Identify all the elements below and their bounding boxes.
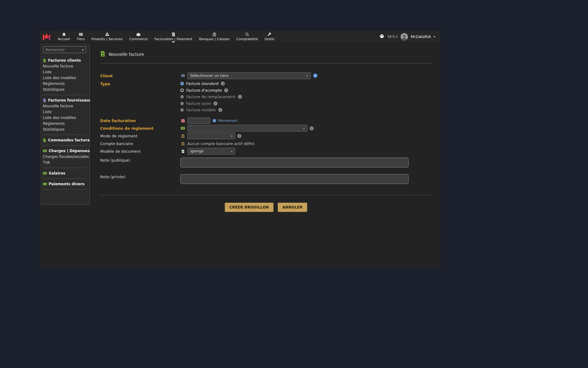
calendar-icon[interactable] [180, 119, 185, 123]
sidebar-section-factures-fournisseur[interactable]: Factures fournisseur [40, 97, 89, 103]
sidebar-item-reglements-fournisseur[interactable]: Règlements [40, 121, 89, 127]
search-placeholder: Rechercher [46, 48, 65, 52]
chevron-down-icon: ▾ [307, 74, 308, 77]
sidebar-item-statistiques[interactable]: Statistiques [40, 87, 89, 93]
nav-label: Tiers [77, 37, 85, 41]
bank-account-label: Compte bancaire [100, 141, 180, 146]
add-third-party-button[interactable]: + [313, 73, 318, 78]
nav-item-tiers[interactable]: Tiers [73, 31, 88, 43]
order-icon [43, 138, 46, 142]
search-select[interactable]: Rechercher ▾ [43, 46, 86, 53]
client-select[interactable]: Sélectionner un tiers ▾ [187, 72, 311, 79]
money-bill-icon [43, 172, 47, 175]
sidebar-item-statistiques-fournisseur[interactable]: Statistiques [40, 127, 89, 132]
nav-item-comptabilite[interactable]: Comptabilité [233, 31, 261, 43]
main-menu: Accueil Tiers Produits | Services Commer… [55, 31, 278, 43]
info-icon[interactable]: i [224, 88, 228, 92]
accounting-icon [245, 32, 249, 36]
nav-item-banques-caisses[interactable]: Banques | Caisses [196, 31, 233, 43]
sidebar-section-factures-clients[interactable]: Factures clients [40, 57, 89, 63]
user-avatar[interactable] [401, 33, 408, 40]
payment-mode-label: Mode de règlement [100, 133, 180, 138]
type-option-acompte[interactable]: Facture d'acompte i [180, 87, 242, 94]
public-note-textarea[interactable] [180, 158, 409, 167]
sidebar-section-salaires[interactable]: Salaires [40, 170, 89, 176]
nav-item-facturation-paiement[interactable]: Facturation | Paiement [151, 31, 196, 43]
money-bill-icon [180, 127, 185, 130]
info-icon[interactable]: i [310, 126, 314, 130]
info-icon[interactable]: i [221, 82, 225, 86]
chevron-down-icon: ▾ [231, 134, 232, 138]
calendar-now-icon[interactable] [212, 119, 216, 122]
type-option-standard[interactable]: Facture standard i [180, 80, 242, 87]
chevron-down-icon: ▾ [303, 127, 305, 130]
type-option-modele: Facture modèle i [180, 107, 242, 113]
client-label: Client [100, 73, 180, 78]
sidebar-section-commandes-facturables[interactable]: Commandes factura... [40, 137, 89, 143]
sidebar-item-liste-fournisseur[interactable]: Liste [40, 109, 89, 115]
radio-disabled-icon [180, 108, 184, 112]
nav-item-accueil[interactable]: Accueil [55, 31, 73, 43]
chevron-down-icon: ▾ [82, 48, 84, 52]
top-navbar: Accueil Tiers Produits | Services Commer… [40, 31, 440, 43]
payment-mode-select[interactable]: ▾ [187, 132, 235, 139]
separator [43, 189, 87, 190]
info-icon[interactable]: i [213, 102, 217, 105]
now-link[interactable]: Maintenant [218, 119, 237, 123]
printer-icon[interactable] [379, 34, 384, 40]
chevron-down-icon[interactable]: ▾ [434, 35, 435, 38]
sidebar-section-charges-depenses[interactable]: Charges | Dépenses... [40, 148, 89, 154]
dolibarr-logo[interactable] [40, 31, 53, 43]
money-bill-icon [43, 182, 47, 186]
invoice-date-input[interactable] [187, 117, 210, 124]
info-icon[interactable]: i [218, 108, 222, 112]
nav-item-commerce[interactable]: Commerce [126, 31, 151, 43]
payment-terms-select[interactable]: ▾ [187, 125, 307, 132]
date-label: Date facturation [100, 118, 180, 123]
sidebar-item-tva[interactable]: TVA [40, 160, 89, 166]
sidebar-item-liste-des-modeles-fournisseur[interactable]: Liste des modèles [40, 115, 89, 121]
invoice-dollar-icon: $ [100, 51, 105, 58]
sidebar-item-reglements[interactable]: Règlements [40, 81, 89, 87]
nav-item-outils[interactable]: Outils [261, 31, 278, 43]
info-icon[interactable]: i [237, 134, 241, 138]
sidebar-section-paiements-divers[interactable]: Paiements divers [40, 181, 89, 187]
payment-terms-label: Conditions de règlement [100, 126, 180, 131]
sidebar-item-charges-fiscales-sociales[interactable]: Charges fiscales/sociales [40, 154, 89, 160]
sidebar-item-liste[interactable]: Liste [40, 69, 89, 75]
private-note-textarea[interactable] [180, 174, 409, 184]
bank-account-value: Aucun compte bancaire actif défini [187, 141, 254, 146]
nav-label: Facturation | Paiement [154, 37, 192, 41]
main-content: $ Nouvelle facture Client Sélectionner u… [90, 43, 440, 268]
radio-disabled-icon [180, 102, 184, 105]
sidebar-item-liste-des-modeles[interactable]: Liste des modèles [40, 75, 89, 81]
separator [43, 168, 87, 168]
create-draft-button[interactable]: CRÉER BROUILLON [225, 203, 273, 212]
briefcase-icon [136, 32, 141, 36]
nav-label: Banques | Caisses [199, 37, 230, 41]
chevron-down-icon: ▾ [231, 150, 232, 153]
private-note-label: Note (privée) [100, 174, 180, 179]
radio-checked-icon[interactable] [180, 82, 184, 85]
cancel-button[interactable]: ANNULER [278, 203, 307, 212]
left-sidebar: Rechercher ▾ Factures clients Nouvelle f… [40, 43, 90, 205]
invoice-icon [172, 32, 175, 36]
divider [100, 195, 432, 195]
wrench-icon [267, 32, 272, 36]
separator [43, 135, 87, 135]
info-icon[interactable]: i [238, 95, 242, 99]
type-label: Type [100, 80, 180, 86]
third-party-icon [180, 74, 185, 78]
sidebar-item-nouvelle-facture[interactable]: Nouvelle facture [40, 63, 89, 69]
money-bill-icon [43, 149, 47, 152]
doc-model-select[interactable]: sponge ▾ [187, 148, 235, 155]
separator [43, 178, 87, 179]
separator [43, 145, 87, 146]
radio-disabled-icon [180, 95, 184, 98]
nav-label: Comptabilité [236, 37, 258, 41]
username-label[interactable]: MrZaKaRiA [411, 35, 431, 39]
sidebar-item-nouvelle-facture-fournisseur[interactable]: Nouvelle facture [40, 103, 89, 109]
radio-icon[interactable] [180, 89, 184, 92]
nav-label: Accueil [58, 37, 70, 41]
nav-item-produits-services[interactable]: Produits | Services [88, 31, 126, 43]
